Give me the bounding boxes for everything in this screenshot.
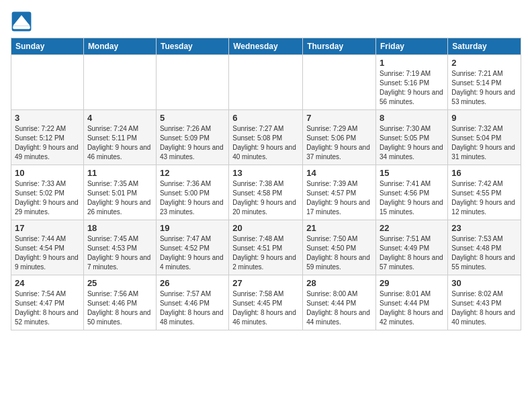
day-number: 8 [380,113,444,123]
day-info: Sunrise: 7:48 AM Sunset: 4:51 PM Dayligh… [232,234,299,272]
weekday-header: Friday [376,38,448,55]
day-number: 16 [451,168,517,178]
calendar-cell: 4Sunrise: 7:24 AM Sunset: 5:11 PM Daylig… [83,110,156,165]
day-info: Sunrise: 7:29 AM Sunset: 5:06 PM Dayligh… [306,124,372,162]
day-info: Sunrise: 7:32 AM Sunset: 5:04 PM Dayligh… [451,124,517,162]
calendar-week: 17Sunrise: 7:44 AM Sunset: 4:54 PM Dayli… [11,220,521,275]
day-info: Sunrise: 7:30 AM Sunset: 5:05 PM Dayligh… [380,124,444,162]
calendar-cell: 8Sunrise: 7:30 AM Sunset: 5:05 PM Daylig… [376,110,448,165]
calendar-week: 3Sunrise: 7:22 AM Sunset: 5:12 PM Daylig… [11,110,521,165]
day-info: Sunrise: 7:58 AM Sunset: 4:45 PM Dayligh… [232,289,299,327]
calendar-cell: 2Sunrise: 7:21 AM Sunset: 5:14 PM Daylig… [448,55,521,110]
day-number: 20 [232,223,299,233]
weekday-header: Tuesday [156,38,228,55]
calendar-header: SundayMondayTuesdayWednesdayThursdayFrid… [11,38,521,55]
calendar-cell: 27Sunrise: 7:58 AM Sunset: 4:45 PM Dayli… [229,275,303,330]
day-info: Sunrise: 7:42 AM Sunset: 4:55 PM Dayligh… [451,179,517,217]
day-info: Sunrise: 7:54 AM Sunset: 4:47 PM Dayligh… [15,289,80,327]
day-number: 29 [380,278,444,288]
day-info: Sunrise: 8:00 AM Sunset: 4:44 PM Dayligh… [306,289,372,327]
weekday-header: Thursday [303,38,376,55]
calendar-cell: 29Sunrise: 8:01 AM Sunset: 4:44 PM Dayli… [376,275,448,330]
calendar-cell: 14Sunrise: 7:39 AM Sunset: 4:57 PM Dayli… [303,165,376,220]
day-info: Sunrise: 7:24 AM Sunset: 5:11 PM Dayligh… [87,124,152,162]
calendar-table: SundayMondayTuesdayWednesdayThursdayFrid… [11,38,521,330]
day-info: Sunrise: 7:22 AM Sunset: 5:12 PM Dayligh… [15,124,80,162]
day-number: 28 [306,278,372,288]
day-info: Sunrise: 7:26 AM Sunset: 5:09 PM Dayligh… [160,124,225,162]
day-number: 23 [451,223,517,233]
day-number: 21 [306,223,372,233]
calendar-cell: 13Sunrise: 7:38 AM Sunset: 4:58 PM Dayli… [229,165,303,220]
day-info: Sunrise: 7:47 AM Sunset: 4:52 PM Dayligh… [160,234,225,272]
day-number: 10 [15,168,80,178]
day-number: 18 [87,223,152,233]
day-number: 17 [15,223,80,233]
calendar-cell: 11Sunrise: 7:35 AM Sunset: 5:01 PM Dayli… [83,165,156,220]
day-number: 11 [87,168,152,178]
calendar-cell: 10Sunrise: 7:33 AM Sunset: 5:02 PM Dayli… [11,165,84,220]
day-info: Sunrise: 7:41 AM Sunset: 4:56 PM Dayligh… [380,179,444,217]
calendar-cell: 16Sunrise: 7:42 AM Sunset: 4:55 PM Dayli… [448,165,521,220]
day-number: 7 [306,113,372,123]
calendar-cell: 6Sunrise: 7:27 AM Sunset: 5:08 PM Daylig… [229,110,303,165]
calendar-cell: 19Sunrise: 7:47 AM Sunset: 4:52 PM Dayli… [156,220,228,275]
day-number: 27 [232,278,299,288]
calendar-cell: 1Sunrise: 7:19 AM Sunset: 5:16 PM Daylig… [376,55,448,110]
weekday-header: Monday [83,38,156,55]
weekday-header: Saturday [448,38,521,55]
day-info: Sunrise: 7:33 AM Sunset: 5:02 PM Dayligh… [15,179,80,217]
calendar-week: 1Sunrise: 7:19 AM Sunset: 5:16 PM Daylig… [11,55,521,110]
calendar-cell: 3Sunrise: 7:22 AM Sunset: 5:12 PM Daylig… [11,110,84,165]
calendar-cell: 7Sunrise: 7:29 AM Sunset: 5:06 PM Daylig… [303,110,376,165]
day-info: Sunrise: 7:44 AM Sunset: 4:54 PM Dayligh… [15,234,80,272]
calendar-cell: 18Sunrise: 7:45 AM Sunset: 4:53 PM Dayli… [83,220,156,275]
logo [11,11,35,32]
day-number: 2 [451,58,517,68]
day-number: 6 [232,113,299,123]
calendar-week: 24Sunrise: 7:54 AM Sunset: 4:47 PM Dayli… [11,275,521,330]
calendar-cell [83,55,156,110]
day-number: 13 [232,168,299,178]
day-number: 15 [380,168,444,178]
calendar-cell: 25Sunrise: 7:56 AM Sunset: 4:46 PM Dayli… [83,275,156,330]
calendar-cell: 22Sunrise: 7:51 AM Sunset: 4:49 PM Dayli… [376,220,448,275]
day-number: 25 [87,278,152,288]
svg-rect-2 [13,26,30,29]
calendar-cell [11,55,84,110]
calendar-cell: 9Sunrise: 7:32 AM Sunset: 5:04 PM Daylig… [448,110,521,165]
calendar-cell: 23Sunrise: 7:53 AM Sunset: 4:48 PM Dayli… [448,220,521,275]
day-info: Sunrise: 7:56 AM Sunset: 4:46 PM Dayligh… [87,289,152,327]
day-number: 12 [160,168,225,178]
calendar-cell: 5Sunrise: 7:26 AM Sunset: 5:09 PM Daylig… [156,110,228,165]
day-number: 4 [87,113,152,123]
day-number: 1 [380,58,444,68]
day-number: 19 [160,223,225,233]
calendar-cell: 30Sunrise: 8:02 AM Sunset: 4:43 PM Dayli… [448,275,521,330]
day-number: 5 [160,113,225,123]
day-number: 30 [451,278,517,288]
day-info: Sunrise: 7:21 AM Sunset: 5:14 PM Dayligh… [451,69,517,107]
weekday-header: Sunday [11,38,84,55]
calendar-cell: 26Sunrise: 7:57 AM Sunset: 4:46 PM Dayli… [156,275,228,330]
day-info: Sunrise: 8:01 AM Sunset: 4:44 PM Dayligh… [380,289,444,327]
calendar-cell [303,55,376,110]
calendar-cell: 24Sunrise: 7:54 AM Sunset: 4:47 PM Dayli… [11,275,84,330]
weekday-header: Wednesday [229,38,303,55]
day-info: Sunrise: 7:51 AM Sunset: 4:49 PM Dayligh… [380,234,444,272]
day-info: Sunrise: 7:45 AM Sunset: 4:53 PM Dayligh… [87,234,152,272]
header [11,11,521,32]
day-number: 24 [15,278,80,288]
day-info: Sunrise: 7:35 AM Sunset: 5:01 PM Dayligh… [87,179,152,217]
day-info: Sunrise: 8:02 AM Sunset: 4:43 PM Dayligh… [451,289,517,327]
day-number: 3 [15,113,80,123]
calendar-cell [156,55,228,110]
day-number: 14 [306,168,372,178]
calendar-cell: 21Sunrise: 7:50 AM Sunset: 4:50 PM Dayli… [303,220,376,275]
calendar-cell: 12Sunrise: 7:36 AM Sunset: 5:00 PM Dayli… [156,165,228,220]
day-info: Sunrise: 7:57 AM Sunset: 4:46 PM Dayligh… [160,289,225,327]
calendar-cell: 17Sunrise: 7:44 AM Sunset: 4:54 PM Dayli… [11,220,84,275]
calendar-cell [229,55,303,110]
day-info: Sunrise: 7:38 AM Sunset: 4:58 PM Dayligh… [232,179,299,217]
calendar-week: 10Sunrise: 7:33 AM Sunset: 5:02 PM Dayli… [11,165,521,220]
